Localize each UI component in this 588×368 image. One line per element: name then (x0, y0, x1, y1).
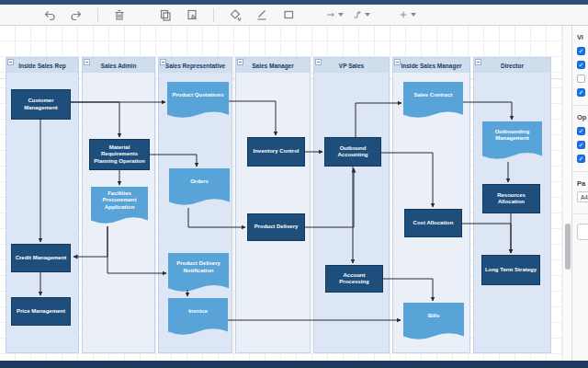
checkbox-checked[interactable]: ✓ (577, 141, 585, 149)
panel-row: ✓ (577, 155, 588, 163)
collapse-icon[interactable] (160, 59, 166, 65)
checkbox-checked[interactable]: ✓ (577, 61, 585, 69)
node-resources-allocation[interactable]: Resources Allocation (482, 184, 540, 213)
panel-section-title: Pa (577, 179, 588, 188)
swimlane-title: Director (501, 63, 524, 69)
vertical-scrollbar[interactable] (562, 26, 571, 361)
add-dropdown-caret[interactable] (411, 13, 416, 17)
swimlane-title: Sales Representative (165, 63, 225, 69)
fill-color-icon (228, 7, 243, 22)
fill-color-button[interactable] (226, 6, 244, 23)
node-account-processing[interactable]: Account Processing (325, 265, 383, 293)
arrow-dropdown-caret[interactable] (338, 13, 344, 17)
panel-row: ✓ (577, 61, 588, 69)
panel-row: ✓ (577, 127, 588, 135)
collapse-icon[interactable] (84, 59, 90, 65)
collapse-icon[interactable] (315, 59, 322, 65)
node-inventory-control[interactable]: Inventory Control (247, 137, 305, 167)
copy-button[interactable] (156, 6, 175, 23)
node-product-delivery-notification[interactable]: Product Delivery Notification (168, 253, 229, 294)
scrollbar-thumb[interactable] (565, 224, 571, 270)
panel-row (577, 75, 588, 83)
swimlane-title: Inside Sales Rep (18, 63, 66, 69)
node-label: Cost Allocation (413, 220, 454, 227)
app-window: Inside Sales RepSales AdminSales Represe… (0, 0, 588, 368)
node-product-quotations[interactable]: Product Quotations (167, 82, 229, 121)
undo-button[interactable] (40, 6, 59, 23)
shape-button[interactable] (279, 6, 298, 23)
node-label: Outbounding Management (484, 121, 540, 150)
arrow-button[interactable] (325, 6, 344, 23)
swimlane-header[interactable]: Director (474, 58, 550, 73)
node-label: Inventory Control (253, 148, 299, 155)
swimlane-header[interactable]: Sales Manager (236, 58, 310, 73)
swimlane-title: Sales Manager (252, 63, 294, 69)
node-sales-contract[interactable]: Sales Contract (403, 82, 463, 121)
node-credit-management[interactable]: Credit Management (11, 244, 71, 272)
connector-button[interactable] (352, 6, 370, 23)
diagram-canvas[interactable]: Inside Sales RepSales AdminSales Represe… (0, 26, 562, 361)
panel-row: ✓ (577, 47, 588, 55)
delete-icon (112, 7, 127, 22)
node-material-requirements-planning-operation[interactable]: Material Requirements Planning Operation (89, 139, 150, 170)
panel-button[interactable] (577, 224, 588, 240)
panel-divider (572, 213, 588, 214)
checkbox-checked[interactable]: ✓ (577, 155, 585, 163)
redo-button[interactable] (67, 6, 85, 23)
node-label: Facilities Procurement Application (93, 187, 146, 214)
swimlane-sales-manager: Sales Manager (235, 57, 311, 353)
checkbox-checked[interactable]: ✓ (577, 47, 585, 55)
node-price-management[interactable]: Price Management (11, 297, 71, 326)
paste-button[interactable] (183, 6, 201, 23)
node-label: Invoice (170, 298, 226, 326)
swimlane-header[interactable]: Sales Representative (159, 58, 232, 73)
line-color-icon (254, 7, 269, 22)
node-invoice[interactable]: Invoice (168, 298, 228, 338)
node-label: Sales Contract (405, 82, 461, 109)
node-long-term-strategy[interactable]: Long Term Strategy (481, 255, 540, 285)
paste-icon (185, 7, 199, 22)
panel-section-title: Vi (577, 33, 588, 41)
checkbox-unchecked[interactable] (577, 75, 585, 83)
collapse-icon[interactable] (394, 59, 401, 65)
swimlane-header[interactable]: Sales Admin (83, 58, 154, 73)
node-cost-allocation[interactable]: Cost Allocation (404, 209, 462, 237)
checkbox-checked[interactable]: ✓ (577, 88, 585, 97)
collapse-icon[interactable] (475, 59, 481, 65)
node-product-delivery[interactable]: Product Delivery (247, 213, 305, 241)
node-label: Price Management (17, 308, 65, 316)
node-label: Product Quotations (169, 82, 227, 109)
connector-dropdown-caret[interactable] (365, 13, 370, 17)
swimlane-header[interactable]: Inside Sales Rep (6, 58, 78, 73)
checkbox-checked[interactable]: ✓ (577, 127, 585, 135)
swimlane-title: Sales Admin (101, 63, 137, 69)
node-customer-management[interactable]: Customer Management (11, 89, 71, 120)
node-orders[interactable]: Orders (169, 168, 230, 208)
toolbar-separator (97, 8, 98, 22)
swimlane-title: Inside Sales Manager (401, 63, 461, 69)
add-icon (398, 7, 409, 22)
panel-row: ✓ (577, 141, 588, 149)
add-button[interactable] (398, 6, 416, 23)
paper-size-select[interactable]: A4 (577, 191, 588, 202)
delete-button[interactable] (110, 6, 129, 23)
node-label: Account Processing (328, 272, 380, 286)
panel-row: ✓ (577, 88, 588, 97)
collapse-icon[interactable] (237, 59, 243, 65)
node-facilities-procurement-application[interactable]: Facilities Procurement Application (91, 187, 148, 226)
panel-divider (572, 171, 588, 172)
swimlane-header[interactable]: VP Sales (314, 58, 389, 73)
node-label: Credit Management (16, 255, 67, 262)
node-label: Bills (405, 303, 462, 330)
node-bills[interactable]: Bills (403, 303, 464, 342)
connector-icon (352, 7, 363, 22)
node-outbound-accounting[interactable]: Outbound Accounting (324, 137, 381, 167)
arrow-icon (325, 7, 336, 22)
swimlane-header[interactable]: Inside Sales Manager (393, 58, 469, 73)
window-bottom-bar (0, 361, 588, 368)
toolbar (0, 5, 588, 26)
collapse-icon[interactable] (7, 59, 14, 65)
line-color-button[interactable] (253, 6, 271, 23)
swimlane-body (236, 73, 310, 352)
node-outbounding-management[interactable]: Outbounding Management (482, 121, 542, 162)
